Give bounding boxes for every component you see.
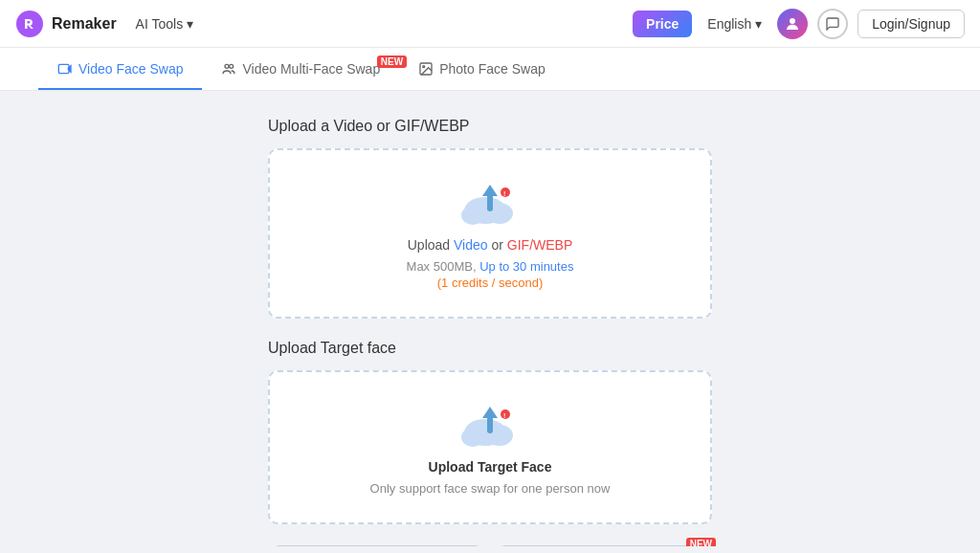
- upload-video-dropzone[interactable]: ! Upload Video or GIF/WEBP Max 500MB, Up…: [268, 148, 712, 319]
- upload-face-dropzone[interactable]: ! Upload Target Face Only support face s…: [268, 370, 712, 524]
- language-selector[interactable]: English ▾: [702, 12, 768, 35]
- tab-photo-face-swap-label: Photo Face Swap: [439, 61, 546, 77]
- upload-face-title: Upload Target face: [268, 340, 712, 357]
- header: Remaker AI Tools ▾ Price English ▾ Login…: [0, 0, 980, 48]
- svg-rect-2: [58, 64, 69, 73]
- svg-point-9: [461, 206, 484, 225]
- upload-video-subtext: Max 500MB, Up to 30 minutes: [407, 259, 574, 274]
- group-icon: [221, 61, 236, 77]
- regular-swap-button[interactable]: Regular Swap: [272, 545, 482, 546]
- upload-face-cloud-icon: !: [452, 399, 528, 456]
- tab-video-multi-face-swap-label: Video Multi-Face Swap: [242, 61, 380, 77]
- photo-icon: [418, 61, 434, 77]
- ai-tools-label: AI Tools: [136, 16, 184, 32]
- hd-swap-button[interactable]: Face (HD) Swap NEW: [498, 545, 708, 546]
- svg-text:!: !: [503, 412, 505, 419]
- tab-video-face-swap-label: Video Face Swap: [78, 61, 183, 77]
- language-label: English: [707, 16, 751, 32]
- upload-face-section: Upload Target face ! Upload Target Face …: [268, 340, 712, 524]
- svg-point-1: [790, 18, 795, 24]
- person-icon: [784, 15, 801, 33]
- main-content: Upload a Video or GIF/WEBP ! Upload Vide…: [0, 91, 980, 546]
- upload-video-credits: (1 credits / second): [437, 276, 544, 290]
- svg-rect-11: [487, 194, 493, 211]
- chevron-down-icon: ▾: [187, 16, 193, 32]
- chat-icon: [825, 16, 840, 32]
- upload-video-title: Upload a Video or GIF/WEBP: [268, 118, 712, 135]
- upload-face-sub-text: Only support face swap for one person no…: [370, 481, 611, 496]
- svg-marker-12: [482, 185, 498, 196]
- action-buttons-row: Regular Swap Face (HD) Swap NEW: [268, 545, 712, 546]
- svg-point-16: [461, 428, 484, 447]
- remaker-logo-icon: [15, 10, 44, 38]
- svg-marker-19: [482, 407, 498, 418]
- credits-highlight: (1 credits / second): [437, 276, 544, 290]
- hd-new-badge: NEW: [686, 538, 716, 546]
- upload-cloud-icon: !: [452, 177, 528, 234]
- tabs-bar: Video Face Swap Video Multi-Face Swap NE…: [0, 48, 980, 91]
- price-button[interactable]: Price: [633, 11, 692, 37]
- svg-point-4: [225, 64, 229, 68]
- svg-point-7: [423, 66, 425, 68]
- video-icon: [57, 61, 73, 77]
- tab-photo-face-swap[interactable]: Photo Face Swap: [399, 48, 565, 90]
- svg-rect-18: [487, 416, 493, 433]
- ai-tools-button[interactable]: AI Tools ▾: [128, 12, 202, 35]
- brand-name: Remaker: [52, 15, 117, 33]
- svg-text:!: !: [503, 190, 505, 197]
- header-right: Price English ▾ Login/Signup: [633, 9, 965, 39]
- upload-video-text: Upload Video or GIF/WEBP: [408, 234, 573, 257]
- login-signup-button[interactable]: Login/Signup: [858, 10, 965, 38]
- duration-highlight: Up to 30 minutes: [479, 259, 573, 274]
- logo-area[interactable]: Remaker: [15, 10, 117, 38]
- gif-label-highlight: GIF/WEBP: [507, 237, 572, 253]
- upload-face-main-text: Upload Target Face: [429, 456, 552, 479]
- tab-video-multi-face-swap[interactable]: Video Multi-Face Swap NEW: [202, 48, 399, 90]
- upload-video-section: Upload a Video or GIF/WEBP ! Upload Vide…: [268, 118, 712, 319]
- feedback-icon[interactable]: [817, 9, 848, 39]
- tab-video-face-swap[interactable]: Video Face Swap: [38, 48, 202, 90]
- svg-point-5: [230, 64, 234, 68]
- video-label-highlight: Video: [454, 237, 488, 253]
- chevron-down-icon: ▾: [755, 16, 762, 32]
- user-avatar-icon[interactable]: [777, 9, 808, 39]
